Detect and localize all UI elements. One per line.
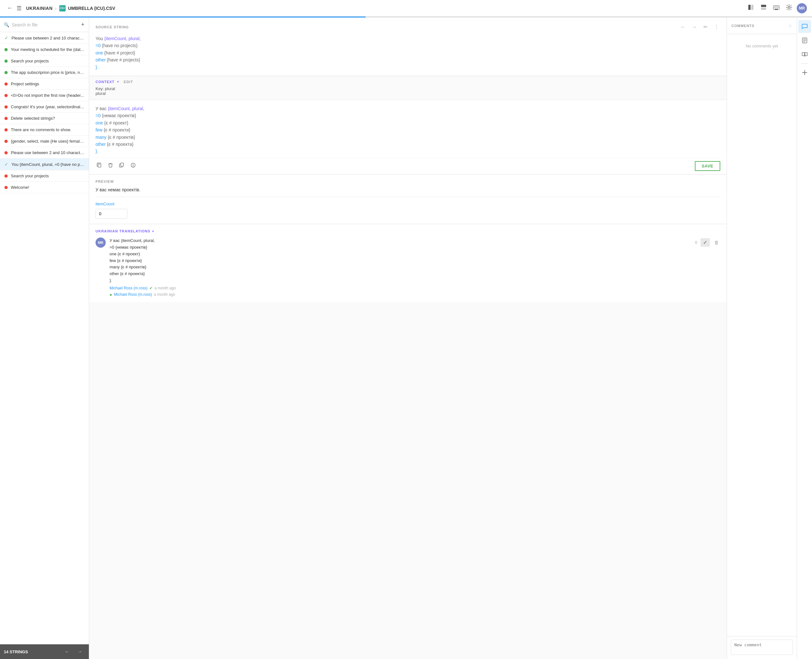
list-item[interactable]: Search your projects: [0, 55, 89, 67]
context-label[interactable]: CONTEXT: [96, 80, 115, 84]
no-comments-text: No comments yet: [727, 34, 797, 636]
source-section: SOURCE STRING ← → ✏ ⋮ You {itemCount, pl…: [89, 17, 727, 76]
menu-button[interactable]: ☰: [15, 3, 24, 14]
list-item[interactable]: Search your projects: [0, 170, 89, 182]
svg-rect-10: [776, 8, 776, 8]
keyboard-button[interactable]: [771, 3, 781, 13]
status-dot-icon: [5, 48, 8, 51]
add-icon-button[interactable]: [798, 66, 811, 79]
preview-section: PREVIEW У вас немає проектів. itemCount …: [89, 175, 727, 224]
context-key: Key: plural: [96, 86, 720, 91]
list-item[interactable]: Project settings: [0, 78, 89, 90]
status-dot-icon: [5, 151, 8, 155]
translations-label[interactable]: UKRAINIAN TRANSLATIONS: [96, 229, 150, 233]
translation-vote-count: 0: [695, 240, 697, 245]
translations-arrow-icon: ▾: [152, 230, 154, 233]
source-header: SOURCE STRING ← → ✏ ⋮: [96, 23, 720, 31]
approve-button[interactable]: ✓: [700, 238, 710, 247]
list-item[interactable]: ✓Please use between 2 and 10 characte...: [0, 32, 89, 44]
string-item-text: Search your projects: [11, 173, 84, 178]
svg-rect-0: [748, 5, 751, 10]
list-item[interactable]: Welcome!: [0, 182, 89, 193]
list-item[interactable]: {gender, select, male {He uses} female .…: [0, 136, 89, 147]
item-count-input[interactable]: [96, 210, 128, 218]
list-item[interactable]: Your meeting is scheduled for the {dat..…: [0, 44, 89, 55]
list-item[interactable]: Congrats! It's your {year, selectordinal…: [0, 101, 89, 113]
language-label: UKRAINIAN: [26, 6, 52, 11]
next-string-button[interactable]: →: [75, 648, 85, 656]
star-button[interactable]: ☆: [788, 23, 792, 28]
status-check-icon: ✓: [5, 162, 8, 167]
context-edit-label[interactable]: EDIT: [124, 80, 133, 84]
sidebar-search-area: 🔍 +: [0, 17, 89, 32]
settings-button[interactable]: [784, 2, 794, 14]
list-item[interactable]: ✓You {itemCount, plural, =0 {have no pro…: [0, 159, 89, 170]
duplicate-button[interactable]: [118, 161, 125, 170]
delete-entry-button[interactable]: 🗑: [713, 238, 720, 246]
translator-avatar: MR: [96, 238, 106, 248]
info-button[interactable]: [129, 161, 137, 170]
translation-toolbar: SAVE: [96, 158, 720, 174]
context-header: CONTEXT ▾ EDIT: [96, 80, 720, 84]
breadcrumb-separator: ›: [55, 6, 57, 11]
translations-section: UKRAINIAN TRANSLATIONS ▾ MR У вас {itemC…: [89, 224, 727, 302]
layout1-button[interactable]: [746, 2, 756, 14]
comment-input-area: [727, 636, 797, 659]
string-item-text: Delete selected strings?: [11, 116, 84, 121]
svg-rect-13: [775, 9, 778, 9]
source-next-button[interactable]: →: [691, 23, 698, 31]
middle-panel: SOURCE STRING ← → ✏ ⋮ You {itemCount, pl…: [89, 17, 727, 659]
translation-actions: 0 ✓ 🗑: [695, 238, 720, 247]
comments-tab-button[interactable]: [798, 20, 811, 33]
author2-name[interactable]: Michael Ross (m.ross): [114, 292, 152, 297]
status-dot-icon: [5, 117, 8, 120]
user-avatar[interactable]: MR: [797, 3, 807, 13]
status-dot-icon: [5, 128, 8, 131]
doc-tab-button[interactable]: [798, 34, 811, 47]
string-item-text: Search your projects: [11, 58, 84, 63]
preview-text: У вас немає проектів.: [96, 187, 720, 192]
string-item-text: Welcome!: [11, 185, 84, 190]
status-dot-icon: [5, 60, 8, 63]
source-label: SOURCE STRING: [96, 25, 675, 29]
list-item[interactable]: <0>Do not import the first row (header..…: [0, 90, 89, 101]
string-item-text: <0>Do not import the first row (header..…: [11, 93, 84, 98]
status-check-icon: ✓: [5, 35, 8, 41]
svg-rect-11: [777, 8, 777, 8]
source-prev-button[interactable]: ←: [679, 23, 687, 31]
save-button[interactable]: SAVE: [695, 161, 720, 171]
status-dot-icon: [5, 140, 8, 143]
prev-string-button[interactable]: ←: [62, 648, 72, 656]
back-button[interactable]: ←: [5, 3, 15, 13]
svg-rect-9: [774, 8, 775, 8]
string-item-text: Please use between 2 and 10 characte...: [11, 36, 84, 41]
delete-translation-button[interactable]: [107, 161, 114, 170]
translation-text-display: У вас {itemCount, plural, =0 {немає прое…: [96, 105, 720, 155]
source-edit-button[interactable]: ✏: [702, 23, 709, 31]
context-value: plural: [96, 91, 720, 96]
list-item[interactable]: The app subscriprion price is {price, nu…: [0, 67, 89, 78]
breadcrumb: UKRAINIAN › CSV UMBRELLA (ICU).CSV: [26, 5, 115, 11]
list-item[interactable]: Please use between 2 and 10 characte...: [0, 147, 89, 159]
search-input[interactable]: [12, 22, 78, 27]
source-more-button[interactable]: ⋮: [713, 23, 720, 31]
icon-bar: [797, 17, 812, 659]
author1-name[interactable]: Michael Ross (m.ross): [110, 286, 147, 290]
comment-input[interactable]: [731, 640, 793, 655]
file-name: UMBRELLA (ICU).CSV: [68, 6, 115, 11]
copy-source-button[interactable]: [96, 161, 103, 170]
string-list: ✓Please use between 2 and 10 characte...…: [0, 32, 89, 644]
list-item[interactable]: Delete selected strings?: [0, 113, 89, 124]
add-string-button[interactable]: +: [80, 21, 85, 28]
layout2-button[interactable]: [758, 2, 769, 14]
status-dot-icon: [5, 106, 8, 109]
preview-label: PREVIEW: [96, 180, 720, 183]
translations-header: UKRAINIAN TRANSLATIONS ▾: [96, 229, 720, 233]
stepper: ▲ ▼: [96, 209, 128, 219]
book-tab-button[interactable]: [798, 48, 811, 61]
nav-actions: MR: [746, 2, 807, 14]
list-item[interactable]: There are no comments to show.: [0, 124, 89, 136]
status-dot-icon: [5, 82, 8, 86]
status-dot-icon: [5, 175, 8, 178]
progress-bar: [0, 17, 812, 17]
